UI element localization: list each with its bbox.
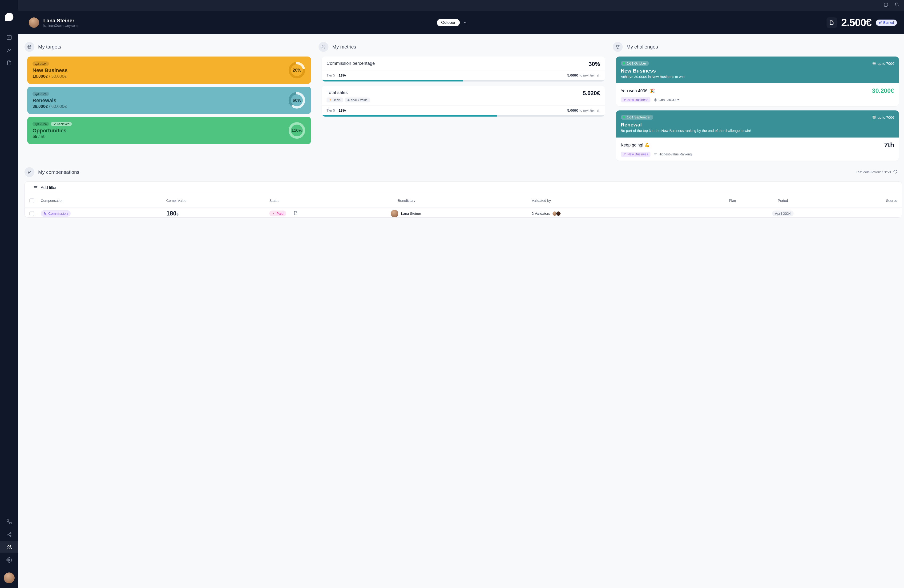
add-filter-button[interactable]: Add filter (25, 182, 902, 194)
sidebar-avatar[interactable] (4, 572, 14, 583)
target-card-renewals[interactable]: Q3 2024 Renewals 36.000€ / 60.000€ 60% (27, 87, 311, 114)
brand-logo (5, 13, 13, 21)
col-status[interactable]: Status (269, 199, 382, 202)
challenge-title: Renewal (621, 122, 894, 128)
col-compensation[interactable]: Compensation (41, 199, 164, 202)
svg-rect-2 (9, 522, 11, 524)
select-all-checkbox[interactable] (29, 198, 34, 203)
sidebar-nav (0, 0, 18, 588)
svg-point-19 (654, 99, 657, 101)
nav-settings[interactable] (0, 554, 18, 566)
deal-value-tag: ⊕deal > value (345, 98, 370, 103)
deals-tag: ✦Deals (327, 98, 343, 103)
target-title: New Business (33, 67, 68, 73)
tier-pct: 13% (339, 73, 346, 77)
col-beneficiary[interactable]: Beneficiary (384, 199, 530, 202)
challenge-msg: You won 400€! 🎉 (621, 88, 655, 93)
metric-name: Commission percentage (327, 61, 375, 66)
user-name: Lana Steiner (43, 17, 77, 24)
challenge-prize: up to 700€ (872, 61, 894, 66)
challenge-tag: New Business (621, 152, 651, 157)
challenge-rank: 7th (884, 141, 894, 149)
refresh-icon[interactable] (893, 169, 898, 174)
target-title: Renewals (33, 98, 66, 104)
metric-name: Total sales (327, 90, 370, 95)
metrics-icon (319, 42, 329, 52)
link-icon (879, 21, 882, 25)
svg-rect-1 (7, 520, 9, 522)
col-source[interactable]: Source (830, 199, 897, 202)
col-plan[interactable]: Plan (646, 199, 736, 202)
col-comp-value[interactable]: Comp. Value (166, 199, 267, 202)
svg-point-20 (655, 100, 656, 101)
challenge-msg: Keep going! 💪 (621, 142, 650, 148)
targets-title: My targets (38, 44, 61, 50)
challenge-prize: up to 700€ (872, 115, 894, 120)
row-checkbox[interactable] (29, 211, 34, 216)
tier-label: Tier 5 (327, 73, 335, 77)
svg-point-7 (10, 545, 11, 547)
tier-label: Tier 5 (327, 109, 335, 112)
challenge-goal: Highest-value Ranking (654, 152, 692, 156)
progress-ring: 60% (288, 92, 306, 109)
nav-documents[interactable] (0, 57, 18, 69)
svg-point-11 (29, 47, 30, 47)
target-card-new-business[interactable]: Q3 2024 New Business 10.000€ / 50.000€ 2… (27, 57, 311, 84)
challenge-goal: Goal: 30.000€ (654, 98, 679, 102)
progress-ring: 20% (288, 61, 306, 79)
nav-org[interactable] (0, 516, 18, 528)
chevron-down-icon[interactable] (463, 21, 467, 25)
challenge-card-renewal[interactable]: 1-31 September up to 700€ Renewal Be par… (616, 111, 899, 160)
challenge-title: New Business (621, 68, 894, 74)
messages-icon[interactable] (883, 2, 888, 8)
achieved-badge: Achieved (51, 122, 72, 126)
earned-badge: Earned (876, 19, 897, 26)
challenge-dates: 1-31 October (621, 61, 649, 66)
targets-column: My targets Q3 2024 New Business 10.000€ … (24, 42, 314, 165)
bar-icon (596, 73, 600, 77)
table-row[interactable]: Commission 180€ Paid (25, 207, 902, 217)
month-selector[interactable]: October (437, 19, 460, 26)
validators-cell: 2 Validators (532, 211, 644, 216)
user-avatar (29, 17, 39, 28)
challenge-card-new-business[interactable]: 1-31 October up to 700€ New Business Ach… (616, 57, 899, 106)
compensations-title: My compensations (38, 169, 79, 175)
nav-share[interactable] (0, 529, 18, 541)
challenges-icon (613, 42, 623, 52)
user-email: lsteiner@company.com (43, 24, 77, 28)
target-period: Q3 2024 (33, 62, 49, 66)
document-button[interactable] (827, 17, 837, 28)
topbar (18, 0, 904, 11)
challenges-column: My challenges 1-31 October up to 700€ (613, 42, 902, 165)
note-icon[interactable] (293, 211, 298, 216)
challenge-desc: Achieve 30.000€ in New Business to win! (621, 74, 894, 79)
period-badge: April 2024 (772, 210, 794, 217)
metric-value: 30% (589, 61, 600, 67)
last-calculation: Last calculation: 13:50 (856, 170, 891, 174)
target-title: Opportunities (33, 128, 72, 134)
target-card-opportunities[interactable]: Q3 2024 Achieved Opportunities 55 / 50 1… (27, 117, 311, 144)
bar-icon (596, 109, 600, 112)
metric-card-commission[interactable]: Commission percentage 30% Tier 5 13% 5.0… (322, 57, 605, 82)
nav-team[interactable] (0, 541, 18, 553)
svg-point-6 (8, 545, 9, 547)
nav-compensation[interactable] (0, 44, 18, 56)
challenge-dates: 1-31 September (621, 115, 653, 120)
challenge-amount: 30.200€ (872, 87, 894, 95)
challenge-desc: Be part of the top 3 in the New Business… (621, 128, 894, 133)
metric-card-total-sales[interactable]: Total sales ✦Deals ⊕deal > value 5.020€ … (322, 86, 605, 117)
svg-point-23 (44, 212, 45, 213)
status-badge: Paid (269, 210, 286, 217)
metrics-title: My metrics (332, 44, 356, 50)
notifications-icon[interactable] (894, 2, 899, 8)
tier-pct: 13% (339, 108, 346, 112)
target-period: Q3 2024 (33, 122, 49, 126)
commission-badge: Commission (41, 210, 71, 217)
col-validated-by[interactable]: Validated by (532, 199, 644, 202)
beneficiary-cell: Lana Steiner (384, 210, 530, 217)
col-period[interactable]: Period (738, 199, 828, 202)
metric-value: 5.020€ (583, 90, 600, 96)
header-amount: 2.500€ (841, 17, 871, 28)
nav-analytics[interactable] (0, 32, 18, 43)
metrics-column: My metrics Commission percentage 30% Tie… (319, 42, 608, 165)
